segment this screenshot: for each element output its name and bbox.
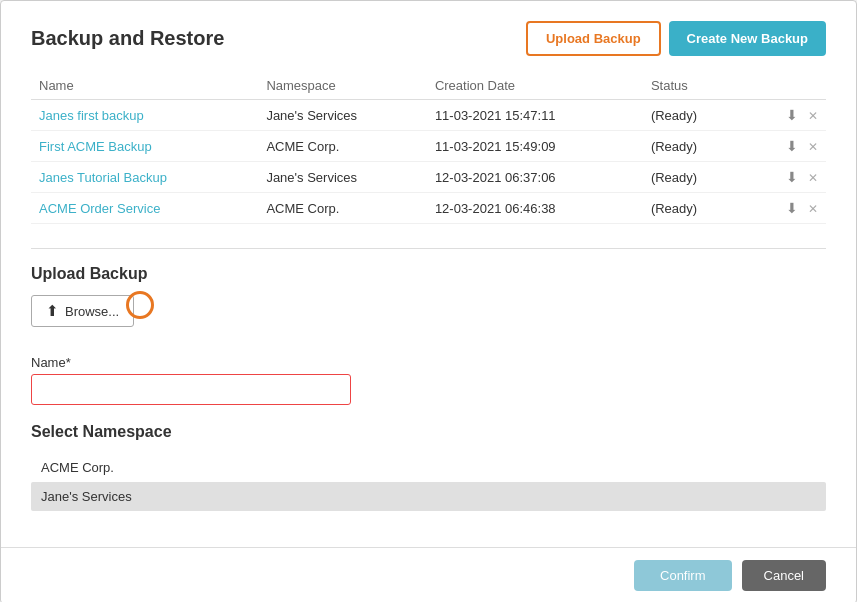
upload-icon: ⬆ — [46, 302, 59, 320]
modal-footer: Confirm Cancel — [1, 547, 856, 602]
confirm-button[interactable]: Confirm — [634, 560, 732, 591]
row-name: ACME Order Service — [31, 193, 258, 224]
row-actions: ⬇ ✕ — [741, 193, 826, 224]
table-row: ACME Order Service ACME Corp. 12-03-2021… — [31, 193, 826, 224]
namespace-item[interactable]: Jane's Services — [31, 482, 826, 511]
delete-icon[interactable]: ✕ — [808, 202, 818, 216]
delete-icon[interactable]: ✕ — [808, 171, 818, 185]
browse-wrapper: ⬆ Browse... — [31, 295, 134, 341]
table-row: Janes first backup Jane's Services 11-03… — [31, 100, 826, 131]
delete-icon[interactable]: ✕ — [808, 109, 818, 123]
upload-backup-button[interactable]: Upload Backup — [526, 21, 661, 56]
namespace-section: Select Namespace ACME Corp.Jane's Servic… — [31, 423, 826, 511]
header-row: Backup and Restore Upload Backup Create … — [31, 21, 826, 56]
namespace-item[interactable]: ACME Corp. — [31, 453, 826, 482]
name-input[interactable] — [31, 374, 351, 405]
table-row: First ACME Backup ACME Corp. 11-03-2021 … — [31, 131, 826, 162]
row-name: Janes Tutorial Backup — [31, 162, 258, 193]
namespace-section-title: Select Namespace — [31, 423, 826, 441]
download-icon[interactable]: ⬇ — [786, 107, 798, 123]
row-status: (Ready) — [643, 162, 741, 193]
col-header-status: Status — [643, 72, 741, 100]
row-date: 12-03-2021 06:46:38 — [427, 193, 643, 224]
row-namespace: ACME Corp. — [258, 193, 427, 224]
row-date: 12-03-2021 06:37:06 — [427, 162, 643, 193]
row-namespace: Jane's Services — [258, 162, 427, 193]
row-date: 11-03-2021 15:47:11 — [427, 100, 643, 131]
upload-section-title: Upload Backup — [31, 265, 826, 283]
header-buttons: Upload Backup Create New Backup — [526, 21, 826, 56]
page-title: Backup and Restore — [31, 27, 224, 50]
row-namespace: Jane's Services — [258, 100, 427, 131]
row-date: 11-03-2021 15:49:09 — [427, 131, 643, 162]
table-row: Janes Tutorial Backup Jane's Services 12… — [31, 162, 826, 193]
browse-button[interactable]: ⬆ Browse... — [31, 295, 134, 327]
download-icon[interactable]: ⬇ — [786, 200, 798, 216]
row-status: (Ready) — [643, 193, 741, 224]
col-header-name: Name — [31, 72, 258, 100]
row-name: Janes first backup — [31, 100, 258, 131]
row-actions: ⬇ ✕ — [741, 162, 826, 193]
divider — [31, 248, 826, 249]
browse-label: Browse... — [65, 304, 119, 319]
row-status: (Ready) — [643, 100, 741, 131]
create-new-backup-button[interactable]: Create New Backup — [669, 21, 826, 56]
row-actions: ⬇ ✕ — [741, 100, 826, 131]
download-icon[interactable]: ⬇ — [786, 138, 798, 154]
row-actions: ⬇ ✕ — [741, 131, 826, 162]
download-icon[interactable]: ⬇ — [786, 169, 798, 185]
col-header-actions — [741, 72, 826, 100]
cancel-button[interactable]: Cancel — [742, 560, 826, 591]
row-namespace: ACME Corp. — [258, 131, 427, 162]
namespace-list: ACME Corp.Jane's Services — [31, 453, 826, 511]
backup-restore-modal: Backup and Restore Upload Backup Create … — [0, 0, 857, 602]
name-field-label: Name* — [31, 355, 826, 370]
delete-icon[interactable]: ✕ — [808, 140, 818, 154]
backup-table: Name Namespace Creation Date Status Jane… — [31, 72, 826, 224]
row-name: First ACME Backup — [31, 131, 258, 162]
col-header-date: Creation Date — [427, 72, 643, 100]
row-status: (Ready) — [643, 131, 741, 162]
col-header-namespace: Namespace — [258, 72, 427, 100]
